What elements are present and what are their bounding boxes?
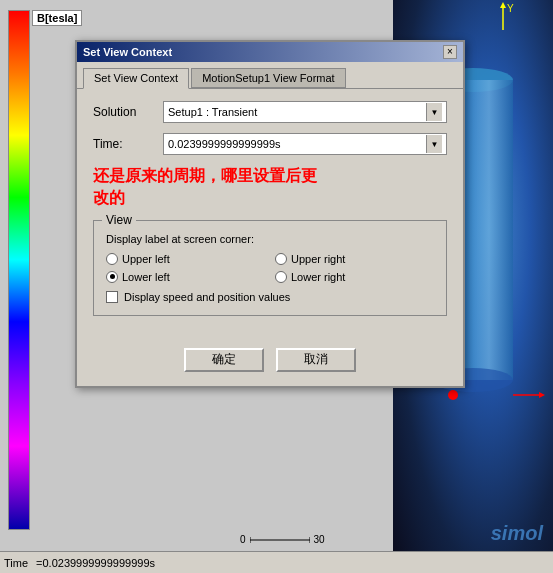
time-dropdown-arrow[interactable]: ▼ [426,135,442,153]
annotation-text: 还是原来的周期，哪里设置后更 改的 [93,165,447,210]
svg-text:Y: Y [507,3,514,14]
radio-lower-left-label: Lower left [122,271,170,283]
radio-upper-left-label: Upper left [122,253,170,265]
dialog-content: Solution Setup1 : Transient ▼ Time: 0.02… [77,89,463,338]
time-row: Time: 0.0239999999999999s ▼ [93,133,447,155]
status-time-value: =0.0239999999999999s [36,557,155,569]
color-legend [8,10,30,530]
radio-lower-left-row: Lower left [106,271,265,283]
annotation-line1: 还是原来的周期，哪里设置后更 [93,165,447,187]
tesla-label: B[tesla] [32,10,82,26]
close-button[interactable]: × [443,45,457,59]
svg-point-6 [448,390,458,400]
radio-upper-right[interactable] [275,253,287,265]
radio-lower-left[interactable] [106,271,118,283]
radio-upper-right-row: Upper right [275,253,434,265]
solution-row: Solution Setup1 : Transient ▼ [93,101,447,123]
solution-label: Solution [93,105,163,119]
tab-motion-setup[interactable]: MotionSetup1 View Format [191,68,345,88]
solution-value: Setup1 : Transient [168,106,257,118]
tab-set-view-context[interactable]: Set View Context [83,68,189,89]
radio-upper-right-label: Upper right [291,253,345,265]
solution-dropdown-arrow[interactable]: ▼ [426,103,442,121]
scale-line [250,535,310,545]
view-group-label: View [102,213,136,227]
display-label-text: Display label at screen corner: [106,233,434,245]
view-group-box: View Display label at screen corner: Upp… [93,220,447,316]
scale-end: 30 [314,534,325,545]
status-time-label: Time [4,557,28,569]
scale-bar: 0 30 [240,534,325,545]
time-value: 0.0239999999999999s [168,138,281,150]
radio-lower-right-label: Lower right [291,271,345,283]
dialog-title: Set View Context [83,46,172,58]
checkbox-row: Display speed and position values [106,291,434,303]
radio-lower-right-row: Lower right [275,271,434,283]
dialog-titlebar: Set View Context × [77,42,463,62]
speed-position-label: Display speed and position values [124,291,290,303]
simol-logo: simol [491,522,543,545]
radio-upper-left[interactable] [106,253,118,265]
radio-upper-left-row: Upper left [106,253,265,265]
time-label: Time: [93,137,163,151]
scale-start: 0 [240,534,246,545]
time-select[interactable]: 0.0239999999999999s ▼ [163,133,447,155]
corner-radio-grid: Upper left Upper right Lower left [106,253,434,283]
dialog-tabs: Set View Context MotionSetup1 View Forma… [77,62,463,89]
dialog-set-view-context: Set View Context × Set View Context Moti… [75,40,465,388]
speed-position-checkbox[interactable] [106,291,118,303]
svg-marker-8 [539,392,545,398]
ok-button[interactable]: 确定 [184,348,264,372]
cancel-button[interactable]: 取消 [276,348,356,372]
status-bar: Time =0.0239999999999999s [0,551,553,573]
svg-marker-4 [500,2,506,8]
annotation-line2: 改的 [93,187,447,209]
solution-select[interactable]: Setup1 : Transient ▼ [163,101,447,123]
radio-lower-left-dot [110,274,115,279]
dialog-buttons: 确定 取消 [77,338,463,386]
radio-lower-right[interactable] [275,271,287,283]
